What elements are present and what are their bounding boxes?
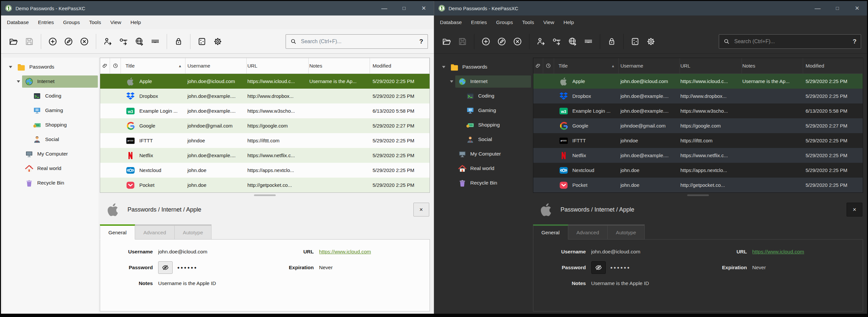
entry-row[interactable]: Nextcloud john.doe https://apps.nextclo.… bbox=[100, 163, 430, 178]
menu-item[interactable]: Groups bbox=[59, 16, 85, 29]
tab-autotype[interactable]: Autotype bbox=[174, 224, 212, 239]
password-generator-button[interactable] bbox=[194, 34, 210, 50]
column-expiry[interactable] bbox=[543, 58, 554, 74]
column-modified[interactable]: Modified bbox=[370, 58, 430, 74]
column-title[interactable]: Title ▲ bbox=[554, 58, 619, 74]
column-title[interactable]: Title ▲ bbox=[121, 58, 185, 74]
entry-row[interactable]: Netflix john.doe@example.... https://www… bbox=[100, 148, 430, 163]
column-url[interactable]: URL bbox=[680, 58, 742, 74]
column-username[interactable]: Username bbox=[185, 58, 247, 74]
column-modified[interactable]: Modified bbox=[803, 58, 863, 74]
new-entry-button[interactable] bbox=[478, 34, 494, 50]
entry-row[interactable]: Nextcloud john.doe https://apps.nextclo.… bbox=[533, 163, 863, 178]
toggle-password-button[interactable] bbox=[158, 261, 173, 274]
copy-password-button[interactable] bbox=[549, 34, 565, 50]
entry-row[interactable]: Example Login ... john.doe@example.... h… bbox=[533, 104, 863, 118]
toggle-password-button[interactable] bbox=[591, 261, 606, 274]
group-coding[interactable]: Coding bbox=[3, 89, 98, 103]
group-real-world[interactable]: Real world bbox=[3, 161, 98, 176]
maximize-button[interactable]: □ bbox=[394, 1, 414, 16]
entry-row[interactable]: Apple john.doe@icloud.com https://www.ic… bbox=[100, 74, 430, 89]
entry-row[interactable]: Pocket john.doe http://getpocket.co... 5… bbox=[100, 178, 430, 193]
tab-advanced[interactable]: Advanced bbox=[568, 224, 608, 239]
url-link[interactable]: https://www.icloud.com bbox=[752, 249, 804, 255]
menu-item[interactable]: Tools bbox=[518, 16, 538, 29]
entry-row[interactable]: Google johndoe@gmail.com https://google.… bbox=[100, 118, 430, 133]
menu-item[interactable]: Entries bbox=[466, 16, 492, 29]
expander-icon[interactable] bbox=[448, 80, 455, 83]
menu-item[interactable]: Tools bbox=[84, 16, 105, 29]
entry-row[interactable]: Apple john.doe@icloud.com https://www.ic… bbox=[533, 74, 863, 89]
save-database-button[interactable] bbox=[22, 34, 37, 50]
edit-entry-button[interactable] bbox=[494, 34, 509, 50]
autotype-button[interactable] bbox=[581, 34, 596, 50]
url-link[interactable]: https://www.icloud.com bbox=[319, 249, 371, 255]
open-database-button[interactable] bbox=[439, 34, 455, 50]
entry-row[interactable]: Pocket john.doe http://getpocket.co... 5… bbox=[533, 178, 863, 193]
autotype-button[interactable] bbox=[147, 34, 163, 50]
copy-username-button[interactable] bbox=[533, 34, 549, 50]
delete-entry-button[interactable] bbox=[76, 34, 92, 50]
menu-item[interactable]: Entries bbox=[33, 16, 58, 29]
entry-row[interactable]: IFTTT johndoe https://ifttt.com 5/29/202… bbox=[100, 133, 430, 148]
group-internet[interactable]: Internet bbox=[3, 74, 98, 89]
tab-general[interactable]: General bbox=[533, 224, 568, 239]
group-gaming[interactable]: Gaming bbox=[436, 103, 532, 118]
copy-username-button[interactable] bbox=[100, 34, 116, 50]
search-help-icon[interactable]: ? bbox=[852, 38, 857, 45]
menu-item[interactable]: Groups bbox=[492, 16, 518, 29]
group-social[interactable]: Social bbox=[3, 132, 98, 147]
search-help-icon[interactable]: ? bbox=[419, 38, 423, 45]
group-social[interactable]: Social bbox=[436, 132, 532, 147]
password-generator-button[interactable] bbox=[627, 34, 643, 50]
entry-row[interactable]: Dropbox john.doe@example.... http://www.… bbox=[533, 89, 863, 104]
column-url[interactable]: URL bbox=[247, 58, 309, 74]
menu-item[interactable]: View bbox=[106, 16, 126, 29]
group-passwords[interactable]: Passwords bbox=[3, 60, 98, 74]
group-shopping[interactable]: Shopping bbox=[3, 118, 98, 132]
delete-entry-button[interactable] bbox=[509, 34, 525, 50]
column-username[interactable]: Username bbox=[619, 58, 680, 74]
group-gaming[interactable]: Gaming bbox=[3, 103, 98, 118]
column-notes[interactable]: Notes bbox=[309, 58, 370, 74]
group-my-computer[interactable]: My Computer bbox=[436, 147, 532, 161]
search-input[interactable] bbox=[734, 38, 849, 45]
column-expiry[interactable] bbox=[110, 58, 121, 74]
expander-icon[interactable] bbox=[15, 80, 22, 83]
preview-close-button[interactable]: × bbox=[846, 203, 862, 217]
new-entry-button[interactable] bbox=[45, 34, 61, 50]
group-recycle-bin[interactable]: Recycle Bin bbox=[3, 176, 98, 190]
tab-autotype[interactable]: Autotype bbox=[608, 224, 645, 239]
entry-row[interactable]: Dropbox john.doe@example.... http://www.… bbox=[100, 89, 430, 104]
group-real-world[interactable]: Real world bbox=[436, 161, 532, 176]
expander-icon[interactable] bbox=[440, 66, 447, 68]
search-input[interactable] bbox=[301, 38, 416, 45]
group-recycle-bin[interactable]: Recycle Bin bbox=[436, 176, 532, 190]
tab-advanced[interactable]: Advanced bbox=[135, 224, 175, 239]
open-url-button[interactable] bbox=[565, 34, 581, 50]
menu-item[interactable]: View bbox=[538, 16, 559, 29]
entry-row[interactable]: Example Login ... john.doe@example.... h… bbox=[100, 104, 430, 118]
lock-database-button[interactable] bbox=[170, 34, 186, 50]
column-notes[interactable]: Notes bbox=[742, 58, 803, 74]
column-attachment[interactable] bbox=[100, 58, 110, 74]
open-url-button[interactable] bbox=[131, 34, 147, 50]
open-database-button[interactable] bbox=[6, 34, 22, 50]
close-button[interactable]: × bbox=[847, 1, 867, 16]
settings-button[interactable] bbox=[643, 34, 659, 50]
group-passwords[interactable]: Passwords bbox=[436, 60, 532, 74]
group-shopping[interactable]: Shopping bbox=[436, 118, 532, 132]
lock-database-button[interactable] bbox=[604, 34, 620, 50]
group-internet[interactable]: Internet bbox=[436, 74, 532, 89]
minimize-button[interactable]: — bbox=[808, 1, 828, 16]
menu-item[interactable]: Help bbox=[126, 16, 146, 29]
menu-item[interactable]: Database bbox=[435, 16, 466, 29]
tab-general[interactable]: General bbox=[100, 224, 135, 239]
close-button[interactable]: × bbox=[414, 1, 434, 16]
preview-close-button[interactable]: × bbox=[413, 203, 429, 217]
splitter-handle[interactable] bbox=[100, 193, 430, 197]
edit-entry-button[interactable] bbox=[61, 34, 76, 50]
splitter-handle[interactable] bbox=[533, 193, 863, 197]
copy-password-button[interactable] bbox=[116, 34, 131, 50]
column-attachment[interactable] bbox=[533, 58, 543, 74]
